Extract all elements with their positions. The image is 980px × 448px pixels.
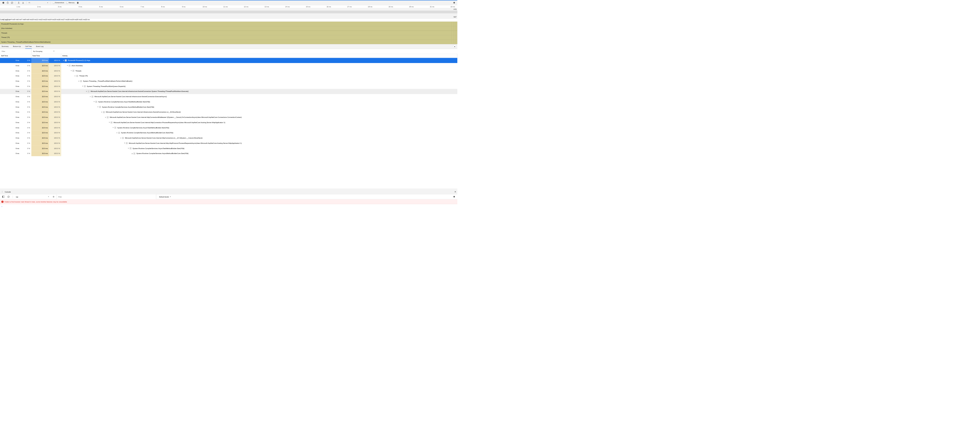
tree-row[interactable]: 0 ms0 %22.0 ms100.0 %▼System.Threading.T… xyxy=(0,84,457,89)
trash-button[interactable] xyxy=(76,1,80,5)
context-dropdown[interactable]: top▼ xyxy=(15,196,50,198)
total-time-cell: 22.0 ms xyxy=(31,58,49,63)
tree-row[interactable]: 0 ms0 %22.0 ms100.0 %▼(Non-Activities) xyxy=(0,63,457,68)
sidebar-toggle-icon[interactable] xyxy=(2,195,5,199)
expand-toggle[interactable]: ▼ xyxy=(63,60,65,61)
expand-toggle[interactable]: ▼ xyxy=(100,111,103,113)
tree-row[interactable]: 0 ms0 %22.0 ms100.0 %▼Process64 Process(… xyxy=(0,58,457,63)
tree-row[interactable]: 0 ms0 %22.0 ms100.0 %▶System.Runtime.Com… xyxy=(0,151,457,156)
expand-toggle[interactable]: ▼ xyxy=(124,143,126,144)
svg-line-6 xyxy=(8,196,9,197)
expand-toggle[interactable]: ▼ xyxy=(116,132,118,133)
total-time-cell: 22.0 ms xyxy=(31,151,49,156)
expand-toggle[interactable]: ▼ xyxy=(112,127,115,128)
tree-row[interactable]: 0 ms0 %22.0 ms100.0 %▼System.Threading._… xyxy=(0,78,457,84)
ruler-tick: 21 ms xyxy=(430,6,434,8)
col-total-time[interactable]: Total Time xyxy=(31,54,61,58)
self-time-cell: 0 ms xyxy=(0,125,21,130)
expand-toggle[interactable]: ▼ xyxy=(89,96,91,97)
ruler-tick: 11 ms xyxy=(37,19,41,22)
memory-checkbox[interactable]: Memory xyxy=(66,2,75,4)
tree-row[interactable]: 0 ms0 %22.0 ms100.0 %▼Thread (75) xyxy=(0,73,457,79)
settings-button[interactable] xyxy=(452,1,456,5)
self-time-cell: 0 ms xyxy=(0,73,21,79)
expand-toggle[interactable]: ▼ xyxy=(70,70,72,71)
record-button[interactable] xyxy=(2,1,5,5)
tree-row[interactable]: 0 ms0 %22.0 ms100.0 %▼Microsoft.AspNetCo… xyxy=(0,110,457,115)
expand-toggle[interactable]: ▼ xyxy=(78,81,80,82)
expand-toggle[interactable]: ▼ xyxy=(127,148,129,149)
tree-row[interactable]: 0 ms0 %22.0 ms100.0 %▼Microsoft.AspNetCo… xyxy=(0,94,457,99)
log-levels-dropdown[interactable]: Default levels▼ xyxy=(158,196,173,198)
col-activity[interactable]: Activity xyxy=(61,54,457,58)
console-prompt[interactable]: > xyxy=(0,204,457,209)
tree-row[interactable]: 0 ms0 %22.0 ms100.0 %▼System.Runtime.Com… xyxy=(0,146,457,151)
expand-toggle[interactable]: ▼ xyxy=(120,137,122,139)
console-filter-input[interactable] xyxy=(57,194,156,199)
expand-toggle[interactable]: ▼ xyxy=(108,122,110,123)
flame-row[interactable]: (Non-Activities) xyxy=(0,26,457,31)
tree-row[interactable]: 0 ms0 %22.0 ms100.0 %▼Microsoft.AspNetCo… xyxy=(0,135,457,141)
thread-expander[interactable]: ▼Th. ads75 xyxy=(1,19,10,21)
reload-button[interactable] xyxy=(6,1,10,5)
tab-call-tree[interactable]: Call Tree xyxy=(25,44,32,49)
filter-input[interactable] xyxy=(0,49,31,54)
show-sidebar-button[interactable]: ◀ xyxy=(453,45,456,48)
grouping-dropdown[interactable]: No Grouping▼ xyxy=(31,49,56,54)
ruler-tick: 16 ms xyxy=(59,19,63,22)
activity-cell: ▼Thread (75) xyxy=(61,73,457,79)
clear-button[interactable] xyxy=(10,1,14,5)
tree-row[interactable]: 0 ms0 %22.0 ms100.0 %▼System.Runtime.Com… xyxy=(0,105,457,110)
self-time-cell: 0 ms xyxy=(0,63,21,68)
tree-row[interactable]: 0 ms0 %22.0 ms100.0 %▼Microsoft.AspNetCo… xyxy=(0,141,457,146)
kebab-icon[interactable]: ⋮ xyxy=(1,191,3,193)
tree-row[interactable]: 0 ms0 %22.0 ms100.0 %▼Microsoft.AspNetCo… xyxy=(0,89,457,94)
tree-row[interactable]: 0 ms0 %22.0 ms100.0 %▼System.Runtime.Com… xyxy=(0,99,457,105)
overview-lanes[interactable]: FPS CPU NET xyxy=(0,8,457,18)
tree-row[interactable]: 0 ms0 %22.0 ms100.0 %▼Threads xyxy=(0,68,457,73)
expand-toggle[interactable]: ▼ xyxy=(97,106,99,108)
screenshots-label: Screenshots xyxy=(55,2,64,4)
expand-toggle[interactable]: ▼ xyxy=(104,117,107,118)
expand-toggle[interactable]: ▶ xyxy=(131,153,133,154)
tree-row[interactable]: 0 ms0 %22.0 ms100.0 %▼Microsoft.AspNetCo… xyxy=(0,120,457,125)
ruler-tick: 13 ms xyxy=(264,6,269,8)
load-profile-button[interactable] xyxy=(17,1,21,5)
flame-row[interactable]: Threads xyxy=(0,31,457,35)
save-profile-button[interactable] xyxy=(21,1,25,5)
activity-name: System.Threading.ThreadPoolWorkQueue.Dis… xyxy=(87,86,126,87)
session-dropdown[interactable]: #1▼ xyxy=(28,2,49,4)
console-settings-button[interactable] xyxy=(452,195,456,199)
col-self-time[interactable]: Self Time xyxy=(0,54,31,58)
flame-row[interactable]: Process64 Process(1) (1) Args: xyxy=(0,22,457,26)
expand-toggle[interactable]: ▼ xyxy=(86,91,88,92)
self-pct-cell: 0 % xyxy=(21,84,31,89)
total-time-cell: 22.0 ms xyxy=(31,78,49,84)
live-expression-button[interactable] xyxy=(52,195,56,199)
tree-row[interactable]: 0 ms0 %22.0 ms100.0 %▼System.Runtime.Com… xyxy=(0,130,457,136)
tree-row[interactable]: 0 ms0 %22.0 ms100.0 %▼System.Runtime.Com… xyxy=(0,125,457,130)
color-swatch xyxy=(126,142,128,145)
tab-bottom-up[interactable]: Bottom-Up xyxy=(13,44,21,49)
close-icon[interactable]: ✕ xyxy=(454,191,456,193)
expand-toggle[interactable]: ▼ xyxy=(82,86,84,87)
expand-toggle[interactable]: ▼ xyxy=(93,101,95,103)
expand-toggle[interactable]: ▼ xyxy=(67,65,68,67)
flame-row[interactable]: Thread (75) xyxy=(0,35,457,40)
self-time-cell: 0 ms xyxy=(0,78,21,84)
clear-console-button[interactable] xyxy=(6,195,10,199)
flame-ruler[interactable]: ▼Th. ads75 1 ms2 ms3 ms4 ms5 ms6 ms7 ms8… xyxy=(0,19,457,22)
filter-bar: No Grouping▼ xyxy=(0,49,457,54)
overview-ruler[interactable]: 1 ms2 ms3 ms4 ms5 ms6 ms7 ms8 ms9 ms10 m… xyxy=(0,5,457,8)
flame-row[interactable]: System.Threading._ThreadPoolWaitCallback… xyxy=(0,40,457,44)
expand-toggle[interactable]: ▼ xyxy=(74,75,76,77)
color-swatch xyxy=(115,127,116,129)
tab-event-log[interactable]: Event Log xyxy=(36,44,43,49)
console-error-row[interactable]: ! Failed to find browser main thread in … xyxy=(0,199,457,204)
activity-cell: ▼Microsoft.AspNetCore.Server.Kestrel.Cor… xyxy=(61,114,457,120)
tab-summary[interactable]: Summary xyxy=(2,44,9,49)
flame-rows[interactable]: Process64 Process(1) (1) Args:(Non-Activ… xyxy=(0,22,457,44)
tree-row[interactable]: 0 ms0 %22.0 ms100.0 %▼Microsoft.AspNetCo… xyxy=(0,114,457,120)
screenshots-checkbox[interactable]: Screenshots xyxy=(53,2,64,4)
activity-cell: ▼System.Runtime.CompilerServices.AsyncTa… xyxy=(61,146,457,151)
